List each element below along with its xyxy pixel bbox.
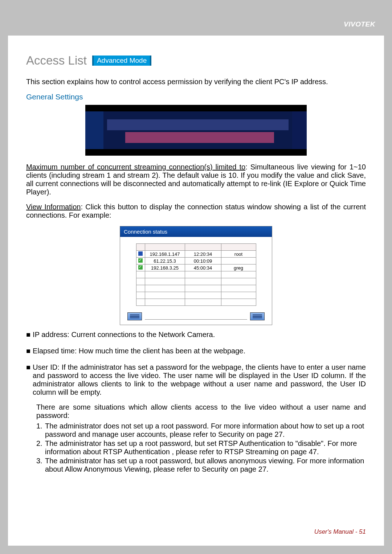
numbered-list: 1. The administrator does not set up a r…	[36, 422, 366, 473]
window-button-right[interactable]	[250, 312, 265, 320]
time-cell	[185, 278, 221, 285]
table-row	[136, 285, 256, 292]
time-cell	[185, 271, 221, 278]
header-ip	[145, 244, 185, 251]
title-row: Access List Advanced Mode	[26, 54, 366, 67]
user-cell: greg	[221, 264, 256, 271]
ip-cell: 192.168.3.25	[145, 264, 185, 271]
time-cell	[185, 285, 221, 292]
list-item: ■ User ID: If the administrator has set …	[26, 363, 366, 397]
table-row	[136, 278, 256, 285]
user-cell	[221, 292, 256, 299]
table-header-row	[136, 244, 256, 251]
ip-cell: 192.168.1.147	[145, 251, 185, 258]
bullet-icon: ■	[26, 331, 30, 339]
para2-label: View Information	[26, 203, 81, 211]
item-text: The administrator does not set up a root…	[45, 422, 366, 439]
item-number: 1.	[36, 422, 45, 439]
para1-label: Maximum number of concurrent streaming c…	[26, 163, 245, 171]
time-cell	[185, 299, 221, 306]
status-cell	[136, 258, 145, 264]
ip-cell	[145, 299, 185, 306]
status-cell	[136, 251, 145, 258]
content-area: Access List Advanced Mode This section e…	[8, 36, 384, 481]
user-cell	[221, 258, 256, 264]
bullet-icon: ■	[26, 347, 30, 355]
table-row: 61.22.15.300:10:09	[136, 258, 256, 264]
status-green-icon	[138, 258, 143, 263]
connection-status-titlebar: Connection status	[120, 226, 272, 237]
brand-text: VIVOTEK	[344, 20, 375, 28]
page-footer: User's Manual - 51	[314, 528, 366, 535]
table-row: 192.168.1.14712:20:34root	[136, 251, 256, 258]
section-heading: General Settings	[26, 93, 366, 101]
mode-badge: Advanced Mode	[92, 56, 151, 66]
bullet-list: ■ IP address: Current connections to the…	[26, 331, 366, 397]
table-row	[136, 271, 256, 278]
header-user	[221, 244, 256, 251]
list-item: 3. The administrator has set up a root p…	[36, 457, 366, 473]
item-text: The administrator has set up a root pass…	[45, 457, 366, 473]
time-cell	[185, 292, 221, 299]
status-cell	[136, 292, 145, 299]
time-cell: 45:00:34	[185, 264, 221, 271]
list-item: 2. The administrator has set up a root p…	[36, 439, 366, 456]
bullet-text: IP address: Current connections to the N…	[33, 331, 366, 339]
item-number: 3.	[36, 457, 45, 473]
window-button-row	[125, 312, 267, 320]
user-cell	[221, 285, 256, 292]
brand-header: VIVOTEK	[8, 14, 384, 36]
item-number: 2.	[36, 439, 45, 456]
list-item: ■ Elapsed time: How much time the client…	[26, 347, 366, 355]
ip-cell	[145, 271, 185, 278]
situations-intro: There are some situations which allow cl…	[36, 403, 366, 420]
user-cell: root	[221, 251, 256, 258]
list-item: ■ IP address: Current connections to the…	[26, 331, 366, 339]
status-cell	[136, 278, 145, 285]
settings-screenshot	[85, 105, 307, 156]
ip-cell	[145, 292, 185, 299]
user-cell	[221, 271, 256, 278]
document-page: VIVOTEK Access List Advanced Mode This s…	[8, 14, 384, 546]
divider-line	[145, 319, 247, 320]
window-button-left[interactable]	[127, 312, 142, 320]
status-green-icon	[138, 265, 143, 270]
table-row	[136, 299, 256, 306]
table-row	[136, 292, 256, 299]
paragraph-view-information: View Information: Click this button to d…	[26, 203, 366, 219]
header-time	[185, 244, 221, 251]
connection-status-body: 192.168.1.14712:20:34root61.22.15.300:10…	[120, 237, 272, 325]
bullet-icon: ■	[26, 363, 30, 397]
status-cell	[136, 271, 145, 278]
item-text: The administrator has set up a root pass…	[45, 439, 366, 456]
status-blue-icon	[138, 251, 143, 256]
connection-table: 192.168.1.14712:20:34root61.22.15.300:10…	[136, 243, 256, 306]
bullet-text: Elapsed time: How much time the client h…	[33, 347, 366, 355]
status-cell	[136, 299, 145, 306]
user-cell	[221, 278, 256, 285]
connection-status-window: Connection status 192.168.1.14712:20:34r…	[120, 226, 272, 325]
status-cell	[136, 285, 145, 292]
paragraph-max-connections: Maximum number of concurrent streaming c…	[26, 163, 366, 196]
ip-cell: 61.22.15.3	[145, 258, 185, 264]
page-title: Access List	[26, 54, 87, 67]
time-cell: 12:20:34	[185, 251, 221, 258]
table-row: 192.168.3.2545:00:34greg	[136, 264, 256, 271]
header-status	[136, 244, 145, 251]
bullet-text: User ID: If the administrator has set a …	[33, 363, 366, 397]
status-cell	[136, 264, 145, 271]
list-item: 1. The administrator does not set up a r…	[36, 422, 366, 439]
intro-text: This section explains how to control acc…	[26, 78, 366, 86]
ip-cell	[145, 278, 185, 285]
time-cell: 00:10:09	[185, 258, 221, 264]
ip-cell	[145, 285, 185, 292]
user-cell	[221, 299, 256, 306]
